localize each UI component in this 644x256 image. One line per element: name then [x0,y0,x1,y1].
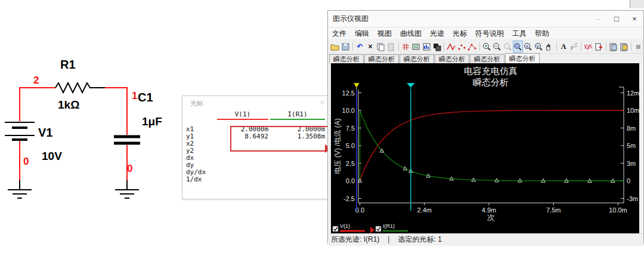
svg-text:12.5: 12.5 [342,90,355,97]
zoom-area-icon[interactable] [513,41,523,53]
status-selected-trace: 所选光迹: I(R1) [331,235,379,245]
tab-transient-analysis-3[interactable]: 瞬态分析 [435,54,469,63]
menu-item-1[interactable]: 编辑 [351,29,373,39]
ground-symbol-right [115,190,139,198]
svg-text:x: x [526,44,528,48]
legend-checkbox-1[interactable] [376,226,381,232]
undo-icon[interactable]: ↶ [355,41,365,53]
menu-bar: 文件编辑视图曲线图光迹光标符号说明工具帮助 [328,27,643,40]
net-label-1: 1 [132,90,137,101]
net-label-0-right: 0 [127,163,132,174]
text-annotation-icon[interactable]: A [558,41,568,53]
svg-text:5m: 5m [627,142,636,149]
legend-checkbox-0[interactable] [333,226,338,232]
menu-item-0[interactable]: 文件 [328,29,351,39]
copy-graph-icon[interactable] [608,41,618,53]
resistor-ref-label: R1 [60,58,76,71]
overlay-windows-icon[interactable] [432,41,442,53]
analysis-tabs: 瞬态分析瞬态分析瞬态分析瞬态分析瞬态分析瞬态分析 [328,54,643,63]
copy-icon[interactable] [376,41,386,53]
menu-item-2[interactable]: 视图 [373,29,396,39]
menu-item-5[interactable]: 光标 [448,29,471,39]
svg-text:y: y [570,44,574,50]
tab-transient-analysis-1[interactable]: 瞬态分析 [364,54,399,63]
grid-icon[interactable] [400,41,410,53]
minimize-button[interactable]: – [590,11,608,27]
export-icon[interactable] [594,41,604,53]
tab-transient-analysis-0[interactable]: 瞬态分析 [329,54,364,63]
cursor-row-y1: y18.64921.3508m [186,133,327,140]
svg-text:-3m: -3m [627,195,638,202]
zoom-restore-icon[interactable] [502,41,512,53]
paste-graph-icon[interactable] [618,41,628,53]
cursor-panel-title: 光标 [190,99,203,108]
zoom-out-icon[interactable] [492,41,502,53]
trace-points-icon[interactable] [457,41,467,53]
source-value-label: 10V [42,150,62,162]
svg-text:2.5: 2.5 [346,160,355,167]
menu-item-7[interactable]: 工具 [508,29,531,39]
cursor-row-dx: dx [186,155,327,162]
pan-hand-icon[interactable] [544,41,554,53]
zoom-x-icon[interactable]: x [523,41,533,53]
background-window-fragment [630,0,644,8]
zoom-in-icon[interactable] [481,41,491,53]
open-icon[interactable] [330,41,340,53]
zoom-y-icon[interactable]: y [534,41,544,53]
capacitor-value-label: 1μF [142,115,162,128]
cursor-row-1-dx: 1/dx [186,176,327,183]
circuit-schematic: R1 1kΩ C1 1μF V1 10V 2 1 0 0 [0,51,179,209]
y-axis-label: 电压 (V) /电流 (A) [333,118,342,174]
cursor-col-header-ir1: I(R1) [270,110,325,120]
source-ref-label: V1 [38,126,52,139]
paste-icon[interactable] [386,41,396,53]
close-button[interactable]: × [626,11,643,27]
menu-item-6[interactable]: 符号说明 [471,29,508,39]
tab-transient-analysis-2[interactable]: 瞬态分析 [400,54,434,63]
cursor-row-dy-dx: dy/dx [186,169,327,176]
close-icon[interactable]: × [320,98,324,107]
ground-symbol-left [8,190,32,198]
svg-text:10m: 10m [627,107,639,114]
net-label-0-left: 0 [23,156,29,167]
cursor-row-y2: y2 [186,147,327,155]
legend-icon[interactable] [411,41,421,53]
window-title: 图示仪视图 [328,14,590,24]
compare-traces-icon[interactable] [583,41,593,53]
svg-text:3m: 3m [627,160,636,167]
trace-line-icon[interactable] [446,41,456,53]
svg-text:10.0m: 10.0m [609,206,627,214]
svg-text:10.0: 10.0 [342,107,355,114]
trace-line-points-icon[interactable] [467,41,477,53]
svg-text:0: 0 [627,177,630,184]
menu-item-3[interactable]: 曲线图 [396,29,426,39]
resistor-symbol [55,83,105,92]
tab-transient-analysis-4[interactable]: 瞬态分析 [470,54,504,63]
svg-text:5.0: 5.0 [346,142,355,149]
toolbar: ↶ × x y A y [328,40,643,54]
chart-subtitle: 瞬态分析 [473,77,509,87]
save-icon[interactable] [340,41,350,53]
menu-item-8[interactable]: 帮助 [531,29,553,39]
graph-properties-icon[interactable] [421,41,431,53]
x-axis-label: 次 [487,213,495,222]
delete-icon[interactable]: × [365,41,375,53]
cursor-table: V(1) I(R1) x12.0000m2.0000my18.64921.350… [186,110,327,183]
trace-probe-icon[interactable]: y [569,41,579,53]
svg-text:-2.5: -2.5 [343,195,355,202]
cursor-col-header-v1: V(1) [217,110,268,120]
tab-transient-analysis-5[interactable]: 瞬态分析 [505,53,540,63]
chart-title: 电容充电仿真 [464,66,518,76]
svg-text:7.5: 7.5 [346,125,355,132]
grapher-window: 图示仪视图 – □ × 文件编辑视图曲线图光迹光标符号说明工具帮助 ↶ × x … [327,10,644,243]
legend-label-0: V(1) [340,223,350,229]
svg-text:12m: 12m [627,90,639,97]
cursor-row-x2: x2 [186,140,327,147]
maximize-button[interactable]: □ [608,11,626,27]
menu-item-4[interactable]: 光迹 [426,29,448,39]
svg-text:2.4m: 2.4m [417,206,432,214]
resistor-value-label: 1kΩ [58,98,79,111]
stop-icon[interactable] [633,41,643,53]
title-bar: 图示仪视图 – □ × [328,11,643,27]
cursor-row-dy: dy [186,162,327,169]
